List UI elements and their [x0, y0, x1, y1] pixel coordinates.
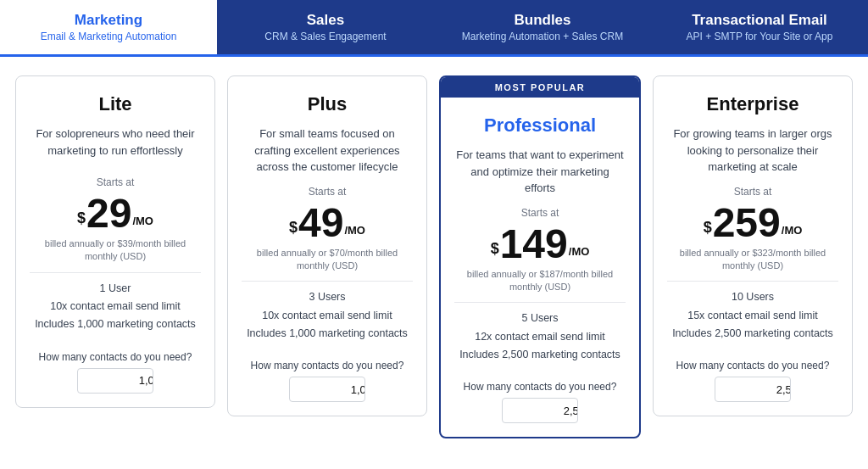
plan-professional-contacts-include: Includes 2,500 marketing contacts	[454, 346, 626, 364]
plan-enterprise-features: 10 Users 15x contact email send limit In…	[654, 282, 852, 353]
plan-professional-price-row: $ 149 /MO	[441, 221, 639, 266]
plan-enterprise-users: 10 Users	[667, 288, 838, 306]
plan-professional-billed: billed annually or $187/month billed mon…	[441, 266, 639, 303]
plan-lite-stepper[interactable]: ▲ ▼	[77, 368, 153, 394]
plan-lite-contacts-include: Includes 1,000 marketing contacts	[30, 315, 201, 333]
plan-enterprise-send-limit: 15x contact email send limit	[667, 307, 838, 325]
tab-bundles-title: Bundles	[448, 12, 637, 29]
plan-plus-mo: /MO	[344, 224, 365, 237]
plan-enterprise-header: Enterprise	[654, 76, 852, 126]
plan-enterprise-billed: billed annually or $323/month billed mon…	[654, 245, 852, 282]
plan-professional-starts-at: Starts at	[441, 207, 639, 219]
tab-bundles[interactable]: Bundles Marketing Automation + Sales CRM	[434, 0, 651, 54]
plan-plus-users: 3 Users	[242, 288, 413, 306]
most-popular-badge: MOST POPULAR	[441, 77, 639, 98]
plan-professional-stepper-value[interactable]	[503, 405, 578, 417]
plan-professional-send-limit: 12x contact email send limit	[454, 328, 626, 346]
plan-card-professional: MOST POPULAR Professional For teams that…	[439, 75, 641, 438]
tab-sales[interactable]: Sales CRM & Sales Engagement	[217, 0, 434, 54]
plan-enterprise-stepper-value[interactable]	[715, 383, 791, 396]
plan-professional-features: 5 Users 12x contact email send limit Inc…	[441, 303, 639, 374]
plan-professional-header: Professional	[441, 98, 639, 147]
tab-bundles-subtitle: Marketing Automation + Sales CRM	[448, 31, 637, 42]
plan-professional-dollar: $	[491, 240, 499, 258]
plan-lite-features: 1 User 10x contact email send limit Incl…	[16, 273, 214, 344]
plan-enterprise-starts-at: Starts at	[654, 186, 852, 198]
plan-lite-price-row: $ 29 /MO	[16, 190, 214, 236]
tab-transactional-title: Transactional Email	[665, 12, 854, 29]
plan-plus-price-row: $ 49 /MO	[228, 199, 426, 245]
plan-enterprise-mo: /MO	[782, 224, 803, 237]
plan-lite-header: Lite	[16, 76, 214, 126]
plan-lite-contacts-label: How many contacts do you need?	[16, 344, 214, 368]
plan-enterprise-name: Enterprise	[667, 93, 838, 115]
plan-enterprise-price-row: $ 259 /MO	[654, 199, 852, 245]
plan-professional-contacts-label: How many contacts do you need?	[441, 374, 639, 398]
plan-plus-stepper-wrap: ▲ ▼	[228, 377, 426, 416]
tab-sales-subtitle: CRM & Sales Engagement	[231, 31, 420, 42]
plan-professional-mo: /MO	[569, 245, 590, 258]
tab-sales-title: Sales	[231, 12, 420, 29]
plan-plus-stepper-value[interactable]	[290, 383, 365, 396]
plan-lite-description: For solopreneurs who need their marketin…	[16, 126, 214, 176]
tab-transactional-subtitle: API + SMTP for Your Site or App	[665, 31, 854, 42]
plan-enterprise-stepper[interactable]: ▲ ▼	[715, 377, 791, 402]
plan-plus-description: For small teams focused on crafting exce…	[228, 126, 426, 186]
plan-enterprise-contacts-include: Includes 2,500 marketing contacts	[667, 325, 838, 343]
plan-card-lite: Lite For solopreneurs who need their mar…	[15, 75, 215, 408]
plan-professional-stepper-wrap: ▲ ▼	[441, 398, 639, 437]
pricing-grid: Lite For solopreneurs who need their mar…	[0, 57, 868, 452]
plan-plus-stepper[interactable]: ▲ ▼	[289, 377, 365, 402]
plan-enterprise-contacts-label: How many contacts do you need?	[654, 353, 852, 377]
plan-lite-starts-at: Starts at	[16, 176, 214, 188]
plan-lite-send-limit: 10x contact email send limit	[30, 298, 201, 315]
plan-card-plus: Plus For small teams focused on crafting…	[227, 75, 427, 416]
plan-enterprise-description: For growing teams in larger orgs looking…	[654, 126, 852, 186]
plan-lite-amount: 29	[86, 193, 131, 234]
plan-plus-amount: 49	[298, 203, 343, 243]
plan-plus-contacts-label: How many contacts do you need?	[228, 353, 426, 377]
plan-lite-name: Lite	[30, 93, 201, 115]
plan-plus-header: Plus	[228, 76, 426, 126]
tab-marketing-title: Marketing	[14, 12, 203, 29]
plan-enterprise-stepper-wrap: ▲ ▼	[654, 377, 852, 416]
plan-plus-dollar: $	[289, 219, 298, 237]
plan-plus-contacts-include: Includes 1,000 marketing contacts	[242, 325, 413, 343]
plan-lite-stepper-value[interactable]	[78, 374, 153, 387]
tab-transactional[interactable]: Transactional Email API + SMTP for Your …	[651, 0, 868, 54]
plan-plus-name: Plus	[242, 93, 413, 115]
plan-lite-mo: /MO	[132, 215, 153, 227]
plan-plus-starts-at: Starts at	[228, 186, 426, 198]
plan-lite-billed: billed annually or $39/month billed mont…	[16, 236, 214, 272]
nav-tabs: Marketing Email & Marketing Automation S…	[0, 0, 868, 57]
plan-lite-dollar: $	[77, 209, 86, 227]
tab-marketing-subtitle: Email & Marketing Automation	[14, 31, 203, 42]
tab-marketing[interactable]: Marketing Email & Marketing Automation	[0, 0, 217, 57]
plan-lite-users: 1 User	[30, 280, 201, 298]
plan-professional-description: For teams that want to experiment and op…	[441, 147, 639, 207]
plan-professional-amount: 149	[500, 224, 568, 265]
plan-enterprise-amount: 259	[713, 203, 781, 243]
plan-professional-name: Professional	[454, 114, 626, 137]
plan-professional-stepper[interactable]: ▲ ▼	[502, 398, 578, 423]
plan-lite-stepper-wrap: ▲ ▼	[16, 368, 214, 407]
plan-plus-send-limit: 10x contact email send limit	[242, 307, 413, 325]
plan-professional-users: 5 Users	[454, 310, 626, 327]
plan-plus-features: 3 Users 10x contact email send limit Inc…	[228, 282, 426, 353]
plan-enterprise-dollar: $	[704, 219, 712, 237]
plan-plus-billed: billed annually or $70/month billed mont…	[228, 245, 426, 282]
plan-card-enterprise: Enterprise For growing teams in larger o…	[653, 75, 853, 416]
